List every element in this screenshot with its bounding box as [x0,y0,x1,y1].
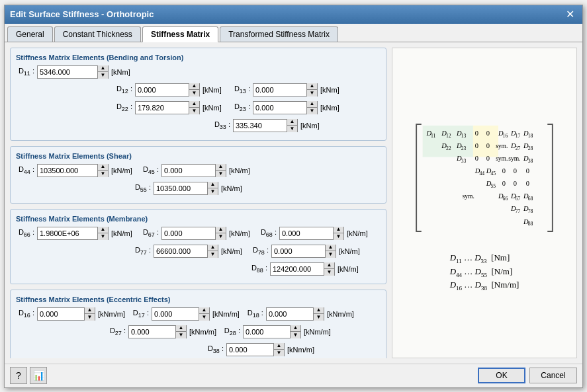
d68-spinner[interactable]: ▲ ▼ [333,227,343,240]
d33-spinner[interactable]: ▲ ▼ [287,119,297,132]
d13-spin-up[interactable]: ▲ [307,83,317,91]
d28-input[interactable] [244,326,290,338]
calc-button[interactable]: 📊 [30,367,47,384]
d12-spinner[interactable]: ▲ ▼ [189,83,199,97]
d67-spinner[interactable]: ▲ ▼ [215,227,226,240]
d68-input-wrapper: ▲ ▼ [279,227,344,240]
d27-spin-up[interactable]: ▲ [176,325,186,333]
d44-input-wrapper: ▲ ▼ [37,164,109,177]
d55-spin-up[interactable]: ▲ [208,182,218,189]
d45-input[interactable] [162,165,215,176]
d88-spin-up[interactable]: ▲ [324,262,334,270]
d55-spinner[interactable]: ▲ ▼ [207,182,218,195]
d66-spin-down[interactable]: ▼ [98,233,108,240]
d44-input[interactable] [38,165,97,176]
d68-input[interactable] [280,227,333,239]
d28-spinner[interactable]: ▲ ▼ [290,325,300,338]
d45-spin-down[interactable]: ▼ [216,171,226,177]
d33-spin-down[interactable]: ▼ [287,126,297,132]
d11-input[interactable] [38,66,97,78]
d44-spinner[interactable]: ▲ ▼ [97,164,108,177]
d11-spinner[interactable]: ▲ ▼ [97,65,108,79]
d38-spinner[interactable]: ▲ ▼ [273,343,284,356]
d77-input[interactable] [154,245,207,257]
tab-general[interactable]: General [7,26,53,42]
d66-input[interactable] [38,227,97,239]
d67-spin-up[interactable]: ▲ [216,227,226,234]
d44-spin-up[interactable]: ▲ [98,164,108,171]
d27-spin-down[interactable]: ▼ [176,332,186,338]
tab-stiffness-matrix[interactable]: Stiffness Matrix [142,26,218,42]
d44-spin-down[interactable]: ▼ [98,171,108,177]
d68-spin-up[interactable]: ▲ [334,227,343,234]
d22-spin-up[interactable]: ▲ [189,101,199,108]
d18-input[interactable] [267,308,313,320]
d18-spinner[interactable]: ▲ ▼ [313,307,324,321]
d66-field-row: D66 : ▲ ▼ [kN/m] [16,227,135,240]
d16-spin-down[interactable]: ▼ [85,314,95,321]
d28-spin-down[interactable]: ▼ [291,332,300,338]
d33-spin-up[interactable]: ▲ [287,119,297,126]
close-button[interactable]: ✕ [563,8,577,20]
d45-spinner[interactable]: ▲ ▼ [215,164,226,177]
d88-spin-down[interactable]: ▼ [324,269,334,276]
d11-spin-up[interactable]: ▲ [98,65,108,73]
d78-spinner[interactable]: ▲ ▼ [325,245,336,258]
d77-spinner[interactable]: ▲ ▼ [207,245,218,258]
d12-spin-up[interactable]: ▲ [189,83,199,91]
d16-spinner[interactable]: ▲ ▼ [84,307,95,321]
d12-spin-down[interactable]: ▼ [189,90,199,97]
d23-spin-down[interactable]: ▼ [307,108,317,114]
d13-spin-down[interactable]: ▼ [307,90,317,97]
d11-spin-down[interactable]: ▼ [98,72,108,79]
d13-input[interactable] [253,84,306,96]
d23-spin-up[interactable]: ▲ [307,101,317,108]
d66-spinner[interactable]: ▲ ▼ [97,227,108,240]
d22-spinner[interactable]: ▲ ▼ [189,101,199,114]
d17-spinner[interactable]: ▲ ▼ [199,307,209,321]
d23-spinner[interactable]: ▲ ▼ [306,101,317,114]
d38-input[interactable] [227,344,273,356]
tab-constant-thickness[interactable]: Constant Thickness [54,26,141,42]
d33-input[interactable] [234,120,287,132]
d55-spin-down[interactable]: ▼ [208,188,218,195]
d66-unit: [kN/m] [111,229,135,237]
d78-input[interactable] [272,245,325,257]
d27-input[interactable] [129,326,175,338]
d16-input[interactable] [38,308,84,320]
d66-spin-up[interactable]: ▲ [98,227,108,234]
d16-spin-up[interactable]: ▲ [85,307,95,315]
d77-spin-down[interactable]: ▼ [208,251,218,258]
d88-spinner[interactable]: ▲ ▼ [324,262,334,276]
d27-spinner[interactable]: ▲ ▼ [175,325,186,338]
d17-spin-down[interactable]: ▼ [199,314,209,321]
d45-spin-up[interactable]: ▲ [216,164,226,171]
d22-spin-down[interactable]: ▼ [189,108,199,114]
ok-button[interactable]: OK [478,368,525,383]
d67-spin-down[interactable]: ▼ [216,233,226,240]
d38-spin-up[interactable]: ▲ [274,343,284,350]
d13-label: D13 : [232,85,250,95]
d22-input[interactable] [136,102,189,114]
tab-transformed-stiffness-matrix[interactable]: Transformed Stiffness Matrix [220,26,338,42]
d77-spin-up[interactable]: ▲ [208,245,218,252]
d23-input[interactable] [253,102,306,114]
d12-input[interactable] [136,84,189,96]
d67-input[interactable] [162,227,215,239]
d78-spin-down[interactable]: ▼ [326,251,336,258]
d17-spin-up[interactable]: ▲ [199,307,209,315]
d68-spin-down[interactable]: ▼ [334,233,343,240]
d17-input[interactable] [152,308,199,320]
d38-spin-down[interactable]: ▼ [274,350,284,356]
help-button[interactable]: ? [10,367,27,384]
svg-text:17: 17 [516,133,521,139]
bending-fields: D11 : ▲ ▼ [kNm] [16,65,381,135]
d13-spinner[interactable]: ▲ ▼ [306,83,317,97]
d28-spin-up[interactable]: ▲ [291,325,300,333]
d18-spin-down[interactable]: ▼ [314,314,324,321]
d18-spin-up[interactable]: ▲ [314,307,324,315]
d55-input[interactable] [154,182,207,194]
cancel-button[interactable]: Cancel [529,368,577,383]
d78-spin-up[interactable]: ▲ [326,245,336,252]
d88-input[interactable] [271,263,324,275]
